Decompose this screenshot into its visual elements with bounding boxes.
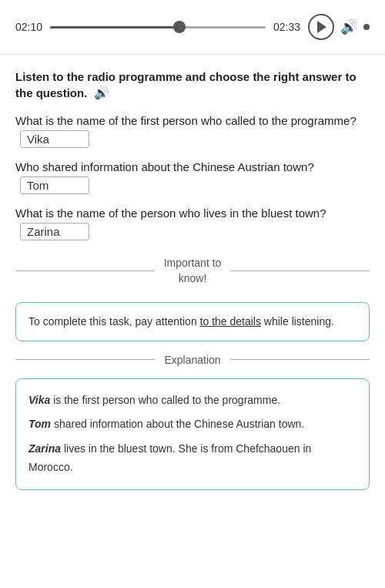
play-button[interactable] [308,14,334,40]
volume-icon[interactable]: 🔊 [340,18,357,35]
explanation-text-1: is the first person who called to the pr… [53,394,280,406]
explanation-line-left [15,359,155,360]
question-3-text: What is the name of the person who lives… [15,207,326,220]
explanation-text-2: shared information about the Chinese Aus… [54,418,304,430]
info-box-text-before: To complete this task, pay attention [28,315,200,328]
instruction-speaker-icon[interactable]: 🔊 [94,85,109,102]
question-2-text: Who shared information about the Chinese… [15,160,314,173]
audio-time-start: 02:10 [15,21,42,33]
audio-slider[interactable] [50,26,266,29]
explanation-item-2: Tom shared information about the Chinese… [28,415,357,434]
explanation-divider: Explanation [15,354,370,366]
audio-controls: 🔊 [308,14,370,40]
audio-player: 02:10 02:33 🔊 [0,0,385,55]
explanation-box: Vika is the first person who called to t… [15,378,370,490]
explanation-name-1: Vika [28,394,50,406]
important-info-box: To complete this task, pay attention to … [15,302,370,341]
main-content: Listen to the radio programme and choose… [0,55,385,504]
question-1: What is the name of the first person who… [15,113,370,148]
explanation-name-2: Tom [28,418,51,430]
answer-input-2[interactable] [20,176,89,194]
audio-track [50,26,266,29]
audio-time-end: 02:33 [273,21,300,33]
audio-progress [50,26,179,29]
question-2: Who shared information about the Chinese… [15,159,370,194]
important-label: Important toknow! [164,256,222,286]
explanation-item-1: Vika is the first person who called to t… [28,391,357,410]
volume-dot [363,24,370,30]
explanation-item-3: Zarina lives in the bluest town. She is … [28,440,357,477]
instruction-text: Listen to the radio programme and choose… [15,70,357,99]
divider-line-right [230,270,370,271]
answer-input-1[interactable] [20,130,89,148]
info-box-underline: to the details [200,315,261,328]
divider-line-left [15,270,155,271]
instruction-block: Listen to the radio programme and choose… [15,69,370,102]
play-icon [317,21,326,33]
audio-thumb[interactable] [173,21,186,33]
question-3: What is the name of the person who lives… [15,205,370,240]
info-box-text-after: while listening. [261,315,334,328]
explanation-label: Explanation [164,354,220,366]
important-divider-row: Important toknow! [15,256,370,286]
explanation-text-3: lives in the bluest town. She is from Ch… [28,442,311,473]
explanation-line-right [230,359,370,360]
explanation-name-3: Zarina [28,442,61,455]
question-1-text: What is the name of the first person who… [15,114,357,127]
answer-input-3[interactable] [20,223,89,240]
